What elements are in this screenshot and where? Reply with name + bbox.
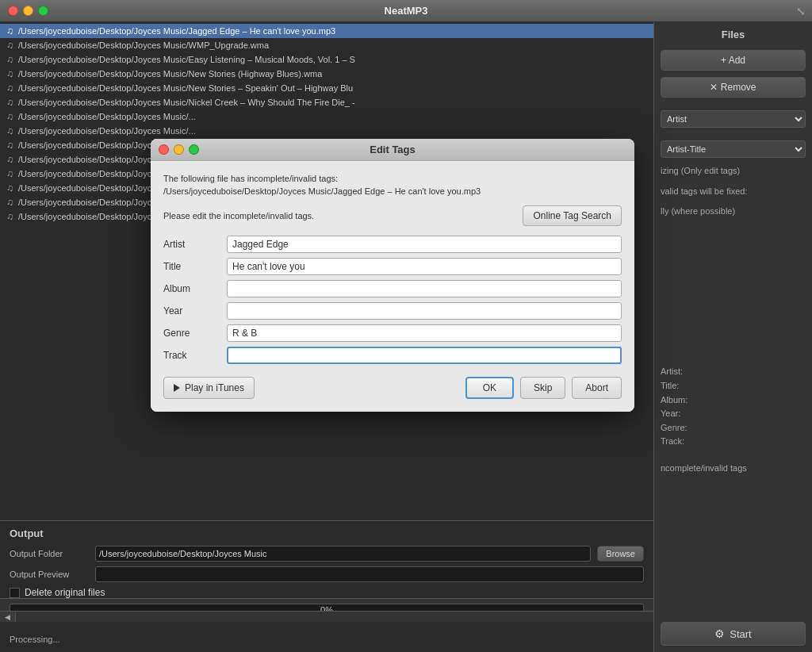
genre-label: Genre [163,328,227,339]
album-row: Album [163,280,622,297]
year-row: Year [163,302,622,320]
title-input[interactable] [227,258,622,275]
modal-edit-row: Please edit the incomplete/invalid tags.… [163,205,622,226]
title-row: Title [163,258,622,275]
skip-button[interactable]: Skip [520,377,565,399]
modal-titlebar-buttons [159,144,199,155]
modal-buttons: Play in iTunes OK Skip Abort [163,377,622,399]
genre-input[interactable] [227,324,622,342]
ok-button[interactable]: OK [465,377,514,399]
album-input[interactable] [227,280,622,297]
genre-row: Genre [163,324,622,342]
modal-titlebar: Edit Tags [151,139,634,161]
year-input[interactable] [227,302,622,320]
modal-close-button[interactable] [159,144,169,155]
modal-body: The following file has incomplete/invali… [151,161,634,412]
online-tag-search-button[interactable]: Online Tag Search [523,205,622,226]
track-row: Track [163,347,622,364]
edit-tags-dialog: Edit Tags The following file has incompl… [151,139,634,412]
play-itunes-button[interactable]: Play in iTunes [163,377,255,399]
title-label: Title [163,261,227,272]
artist-input[interactable] [227,236,622,253]
album-label: Album [163,283,227,294]
modal-title: Edit Tags [370,144,416,155]
artist-label: Artist [163,239,227,250]
modal-minimize-button[interactable] [174,144,184,155]
modal-right-buttons: OK Skip Abort [465,377,622,399]
track-input[interactable] [227,347,622,364]
tag-form: Artist Title Album Year [163,236,622,364]
modal-maximize-button[interactable] [189,144,199,155]
abort-button[interactable]: Abort [572,377,622,399]
modal-edit-text: Please edit the incomplete/invalid tags. [163,211,314,221]
artist-row: Artist [163,236,622,253]
modal-filepath: /Users/joyceduboise/Desktop/Joyces Music… [163,186,622,196]
modal-message1: The following file has incomplete/invali… [163,174,622,183]
modal-overlay: Edit Tags The following file has incompl… [0,0,812,652]
track-label: Track [163,350,227,361]
year-label: Year [163,305,227,316]
play-icon [174,384,180,392]
play-itunes-label: Play in iTunes [185,382,244,393]
